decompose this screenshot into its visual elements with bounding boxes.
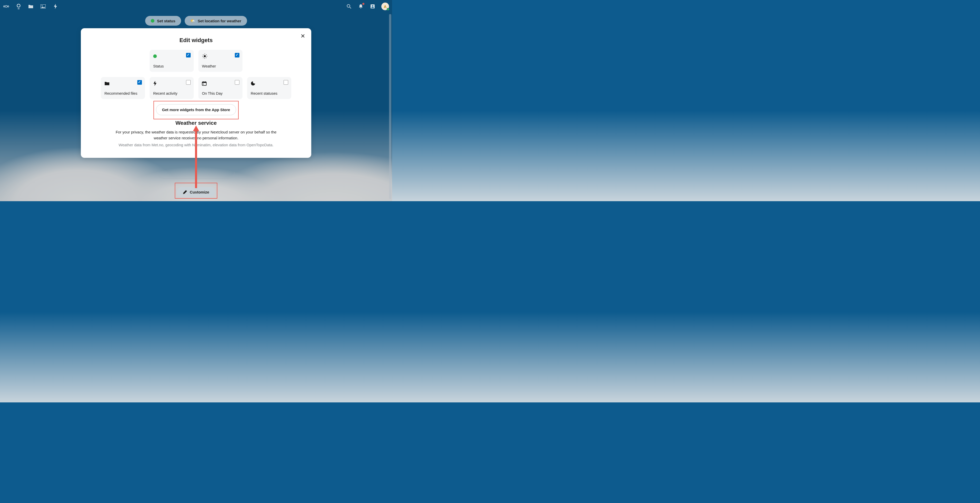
dashboard-quick-actions: Set status 🌤️ Set location for weather xyxy=(145,16,247,25)
files-icon[interactable] xyxy=(28,3,34,10)
weather-service-attribution: Weather data from Met.no, geocoding with… xyxy=(90,143,302,147)
calendar-icon xyxy=(202,81,239,86)
set-weather-location-button[interactable]: 🌤️ Set location for weather xyxy=(185,16,247,25)
set-status-button[interactable]: Set status xyxy=(145,16,181,25)
widget-label: Recommended files xyxy=(105,91,142,96)
activity-icon[interactable] xyxy=(52,3,59,10)
scrollbar[interactable] xyxy=(389,14,391,199)
checkbox-status[interactable] xyxy=(186,53,191,57)
folder-icon xyxy=(105,81,142,86)
bolt-icon xyxy=(153,81,190,86)
weather-service-heading: Weather service xyxy=(90,120,302,126)
nextcloud-logo-icon[interactable] xyxy=(3,3,9,10)
svg-rect-4 xyxy=(18,8,19,9)
checkbox-recent-activity[interactable] xyxy=(186,80,191,85)
widget-grid-row1: Status Weather xyxy=(90,50,302,72)
avatar-letter: A xyxy=(384,4,387,9)
svg-line-18 xyxy=(203,57,204,58)
status-dot-icon xyxy=(153,53,190,59)
pencil-icon xyxy=(183,190,187,194)
widget-card-weather[interactable]: Weather xyxy=(198,50,242,72)
modal-title: Edit widgets xyxy=(90,37,302,44)
close-icon[interactable]: ✕ xyxy=(301,33,305,39)
search-icon[interactable] xyxy=(346,3,352,10)
svg-point-2 xyxy=(8,6,9,7)
widget-label: Status xyxy=(153,64,190,68)
svg-line-8 xyxy=(350,7,351,9)
widget-card-recent-statuses[interactable]: Recent statuses xyxy=(247,77,291,99)
set-weather-label: Set location for weather xyxy=(197,19,241,23)
checkbox-recent-statuses[interactable] xyxy=(283,80,288,85)
svg-line-16 xyxy=(203,54,204,55)
svg-point-10 xyxy=(372,5,373,7)
weather-service-description: For your privacy, the weather data is re… xyxy=(114,129,278,141)
svg-line-19 xyxy=(206,54,207,55)
widget-label: Recent statuses xyxy=(251,91,288,96)
widget-label: On This Day xyxy=(202,91,239,96)
status-online-icon xyxy=(151,19,154,22)
user-avatar[interactable]: A xyxy=(381,3,389,10)
svg-point-7 xyxy=(347,5,350,8)
sun-icon xyxy=(202,53,239,59)
customize-button[interactable]: Customize xyxy=(177,187,216,197)
appstore-label: Get more widgets from the App Store xyxy=(162,108,230,112)
svg-point-11 xyxy=(204,55,206,57)
widget-label: Weather xyxy=(202,64,239,68)
svg-point-6 xyxy=(41,5,43,6)
widget-card-on-this-day[interactable]: On This Day xyxy=(198,77,242,99)
get-more-widgets-button[interactable]: Get more widgets from the App Store xyxy=(156,104,236,115)
checkbox-weather[interactable] xyxy=(235,53,239,57)
widget-grid-row2: Recommended files Recent activity On Thi… xyxy=(90,77,302,99)
dashboard-icon[interactable] xyxy=(15,3,22,10)
widget-label: Recent activity xyxy=(153,91,190,96)
widget-card-status[interactable]: Status xyxy=(150,50,194,72)
checkbox-on-this-day[interactable] xyxy=(235,80,239,85)
notification-badge xyxy=(362,3,364,5)
widget-card-recent-activity[interactable]: Recent activity xyxy=(150,77,194,99)
svg-rect-24 xyxy=(203,84,204,84)
svg-line-17 xyxy=(206,57,207,58)
checkbox-recommended-files[interactable] xyxy=(137,80,142,85)
weather-emoji-icon: 🌤️ xyxy=(190,19,195,23)
edit-widgets-modal: ✕ Edit widgets Status Weather Recommende… xyxy=(81,28,311,158)
moon-icon xyxy=(251,81,288,86)
customize-label: Customize xyxy=(190,190,209,194)
top-navigation: A xyxy=(0,0,392,13)
notifications-icon[interactable] xyxy=(358,3,364,10)
set-status-label: Set status xyxy=(157,19,175,23)
presence-dot xyxy=(387,8,389,11)
svg-point-0 xyxy=(5,5,7,8)
hidden-element xyxy=(158,172,235,178)
widget-card-recommended-files[interactable]: Recommended files xyxy=(101,77,145,99)
svg-rect-21 xyxy=(202,82,206,83)
contacts-icon[interactable] xyxy=(369,3,376,10)
photos-icon[interactable] xyxy=(40,3,46,10)
svg-point-3 xyxy=(17,4,20,7)
svg-point-1 xyxy=(3,6,5,7)
